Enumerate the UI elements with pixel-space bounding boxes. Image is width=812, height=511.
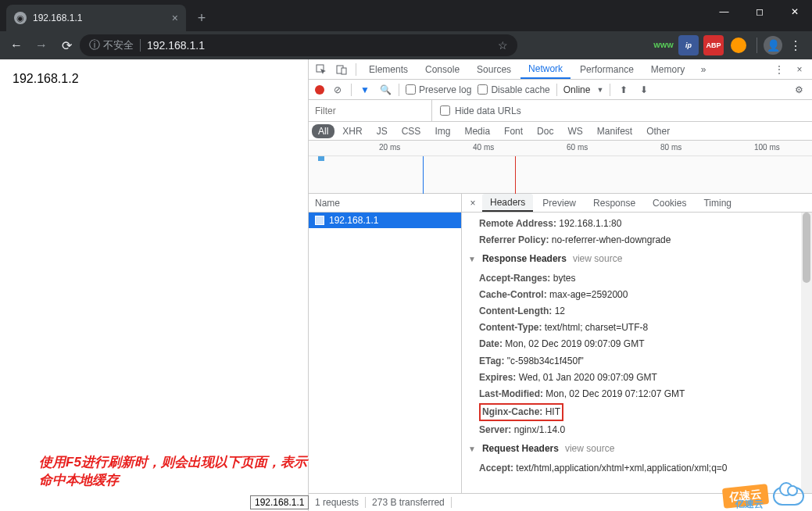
clear-icon[interactable]: ⊘: [331, 84, 345, 95]
close-tab-icon[interactable]: ×: [172, 12, 178, 24]
detail-tabs: × Headers Preview Response Cookies Timin…: [462, 194, 812, 213]
request-row[interactable]: 192.168.1.1: [309, 213, 461, 228]
url-text: 192.168.1.1: [147, 39, 492, 52]
inspect-element-icon[interactable]: [312, 60, 331, 79]
tab-network[interactable]: Network: [520, 59, 571, 79]
page-viewport: 192.168.1.2 使用F5进行刷新时，则会出现以下页面，表示命中本地缓存 …: [0, 59, 308, 511]
view-source-link[interactable]: view source: [573, 252, 622, 266]
tab-sources[interactable]: Sources: [469, 59, 519, 79]
timeline-ruler: 20 ms 40 ms 60 ms 80 ms 100 ms: [309, 141, 812, 156]
extension-orange[interactable]: [728, 35, 749, 55]
type-manifest[interactable]: Manifest: [591, 124, 639, 138]
back-button[interactable]: ←: [5, 34, 28, 57]
type-js[interactable]: JS: [370, 124, 394, 138]
hide-data-urls-checkbox[interactable]: Hide data URLs: [432, 105, 529, 116]
cloud-icon: [773, 487, 804, 506]
detail-tab-headers[interactable]: Headers: [482, 194, 533, 212]
upload-har-icon[interactable]: ⬆: [617, 84, 631, 95]
network-timeline[interactable]: 20 ms 40 ms 60 ms 80 ms 100 ms: [309, 141, 812, 194]
window-controls: — ◻ ✕: [706, 0, 812, 31]
devtools-menu-icon[interactable]: ⋮: [770, 60, 789, 79]
type-doc[interactable]: Doc: [531, 124, 560, 138]
maximize-button[interactable]: ◻: [742, 0, 777, 23]
extension-ip[interactable]: ip: [678, 35, 699, 55]
header-accept-ranges: Accept-Ranges: bytes: [462, 270, 812, 287]
filter-input[interactable]: [309, 100, 432, 121]
view-source-link[interactable]: view source: [565, 441, 614, 456]
device-toolbar-icon[interactable]: [332, 60, 351, 79]
header-server: Server: nginx/1.14.0: [462, 422, 812, 438]
extension-www[interactable]: WWW: [653, 35, 674, 55]
separator: [140, 39, 141, 52]
type-all[interactable]: All: [312, 124, 334, 138]
security-indicator[interactable]: ⓘ不安全: [89, 38, 134, 52]
watermark-text: 亿速云: [735, 498, 764, 511]
download-har-icon[interactable]: ⬇: [637, 84, 651, 95]
throttling-select[interactable]: Online: [563, 84, 591, 95]
separator: [399, 84, 399, 96]
tab-elements[interactable]: Elements: [361, 59, 416, 79]
type-media[interactable]: Media: [458, 124, 496, 138]
detail-tab-cookies[interactable]: Cookies: [645, 194, 694, 212]
close-window-button[interactable]: ✕: [777, 0, 812, 23]
tick-label: 20 ms: [379, 143, 400, 152]
tick-label: 40 ms: [473, 143, 494, 152]
reload-button[interactable]: ⟳: [55, 34, 78, 57]
preserve-log-checkbox[interactable]: Preserve log: [406, 84, 471, 95]
response-headers-section[interactable]: ▼Response Headersview source: [462, 248, 812, 270]
omnibox[interactable]: ⓘ不安全 192.168.1.1 ☆: [80, 34, 517, 56]
detail-pane: × Headers Preview Response Cookies Timin…: [462, 194, 812, 493]
document-icon: [315, 216, 324, 225]
chevron-down-icon[interactable]: ▼: [596, 86, 603, 94]
tick-label: 80 ms: [660, 143, 681, 152]
close-detail-icon[interactable]: ×: [465, 198, 481, 209]
detail-tab-response[interactable]: Response: [585, 194, 643, 212]
type-other[interactable]: Other: [640, 124, 676, 138]
minimize-button[interactable]: —: [706, 0, 742, 23]
settings-gear-icon[interactable]: ⚙: [792, 84, 806, 95]
triangle-down-icon[interactable]: ▼: [468, 253, 476, 266]
scrollbar-thumb[interactable]: [803, 213, 810, 283]
header-etag: ETag: "c-598b34c1f450f": [462, 353, 812, 370]
request-name: 192.168.1.1: [329, 215, 378, 226]
header-cache-control: Cache-Control: max-age=2592000: [462, 287, 812, 303]
network-split: Name 192.168.1.1 × Headers Preview Respo…: [309, 194, 812, 494]
type-ws[interactable]: WS: [561, 124, 588, 138]
tab-title: 192.168.1.1: [33, 13, 166, 23]
tick-label: 60 ms: [567, 143, 588, 152]
detail-tab-preview[interactable]: Preview: [535, 194, 584, 212]
browser-menu-icon[interactable]: ⋮: [784, 38, 807, 53]
bookmark-star-icon[interactable]: ☆: [498, 39, 508, 52]
more-tabs-icon[interactable]: »: [694, 60, 713, 79]
filter-toggle-icon[interactable]: ▼: [358, 84, 372, 95]
header-accept: Accept: text/html,application/xhtml+xml,…: [462, 460, 812, 477]
record-button[interactable]: [315, 85, 324, 95]
name-column-header[interactable]: Name: [309, 194, 461, 213]
detail-tab-timing[interactable]: Timing: [696, 194, 739, 212]
network-type-filters: All XHR JS CSS Img Media Font Doc WS Man…: [309, 122, 812, 141]
separator: [365, 497, 366, 508]
separator: [556, 84, 557, 96]
type-font[interactable]: Font: [498, 124, 529, 138]
browser-tab[interactable]: ◉ 192.168.1.1 ×: [6, 5, 186, 31]
status-transferred: 273 B transferred: [372, 497, 445, 508]
forward-button[interactable]: →: [30, 34, 53, 57]
type-img[interactable]: Img: [428, 124, 456, 138]
search-icon[interactable]: 🔍: [378, 84, 392, 95]
tab-performance[interactable]: Performance: [572, 59, 642, 79]
new-tab-button[interactable]: +: [191, 7, 213, 29]
devtools-close-icon[interactable]: ×: [790, 60, 809, 79]
page-body-text: 192.168.1.2: [13, 72, 295, 86]
type-css[interactable]: CSS: [395, 124, 427, 138]
profile-avatar-icon[interactable]: 👤: [764, 36, 782, 55]
devtools-tabs: Elements Console Sources Network Perform…: [309, 59, 812, 80]
type-xhr[interactable]: XHR: [336, 124, 368, 138]
extension-abp[interactable]: ABP: [703, 35, 724, 55]
tab-console[interactable]: Console: [417, 59, 467, 79]
header-date: Date: Mon, 02 Dec 2019 09:07:09 GMT: [462, 336, 812, 352]
request-headers-section[interactable]: ▼Request Headersview source: [462, 438, 812, 459]
svg-rect-2: [342, 68, 346, 74]
triangle-down-icon[interactable]: ▼: [468, 443, 476, 456]
tab-memory[interactable]: Memory: [643, 59, 692, 79]
disable-cache-checkbox[interactable]: Disable cache: [478, 84, 549, 95]
